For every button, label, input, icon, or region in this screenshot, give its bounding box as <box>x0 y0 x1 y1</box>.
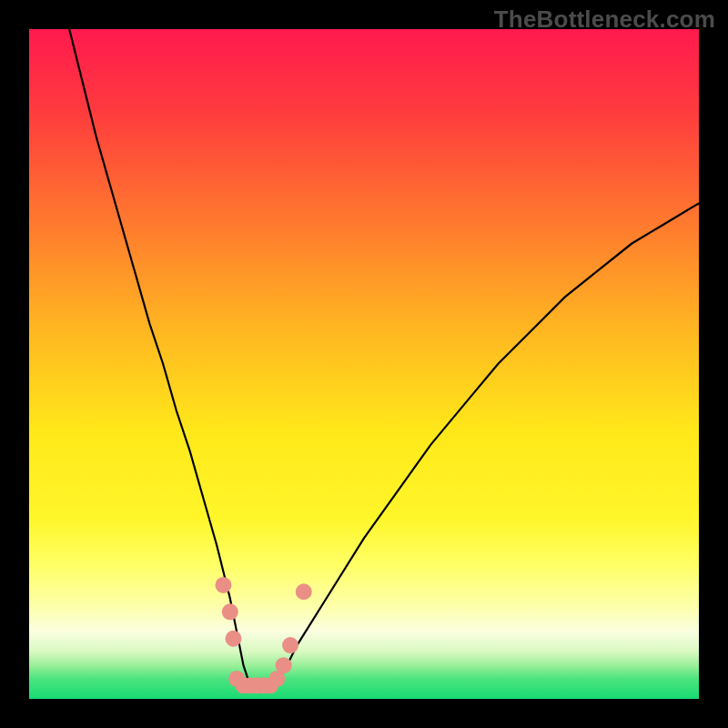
watermark-text: TheBottleneck.com <box>494 5 715 34</box>
chart-frame: TheBottleneck.com <box>0 0 728 728</box>
plot-area <box>29 29 699 699</box>
gradient-background <box>29 29 699 699</box>
marker-point <box>222 603 238 620</box>
marker-point <box>296 583 312 600</box>
marker-point <box>225 631 241 647</box>
marker-point <box>276 657 292 673</box>
marker-point <box>282 637 298 653</box>
marker-point <box>215 577 231 593</box>
chart-svg <box>29 29 699 699</box>
